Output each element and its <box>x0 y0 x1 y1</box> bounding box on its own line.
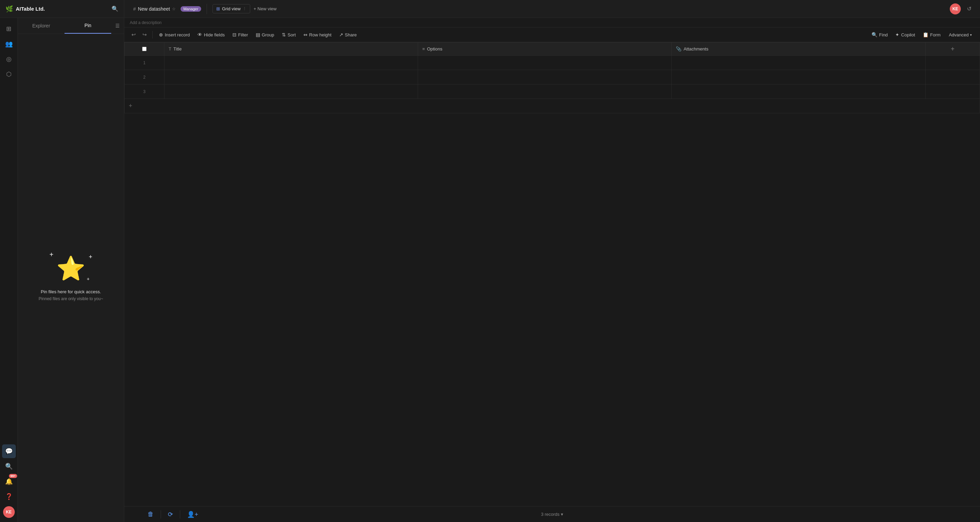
records-count[interactable]: 3 records ▾ <box>541 512 563 517</box>
delete-action-button[interactable]: 🗑 <box>148 511 154 518</box>
records-caret-icon: ▾ <box>561 512 563 517</box>
main-content: Add a description ↩ ↪ ⊕ Insert record 👁 … <box>124 18 980 522</box>
pin-message-line1: Pin files here for quick access. <box>41 289 101 294</box>
pin-plus-top-right: + <box>89 254 92 261</box>
left-sidebar: ⊞ 👥 ◎ ⬡ 💬 🔍 🔔 99+ ❓ KE <box>0 18 18 522</box>
tab-name: New datasheet <box>138 6 170 12</box>
table-row: 3 <box>125 85 980 99</box>
toolbar: ↩ ↪ ⊕ Insert record 👁 Hide fields ⊟ Filt… <box>124 27 980 42</box>
share-label: Share <box>345 32 357 37</box>
grid-container: T Title ≡ Options 📎 <box>124 42 980 506</box>
hide-fields-button[interactable]: 👁 Hide fields <box>194 30 228 39</box>
tab-explorer[interactable]: Explorer <box>18 18 65 33</box>
secondary-sidebar: Explorer Pin ☰ + ⭐ + + Pin files here fo… <box>18 18 124 522</box>
group-button[interactable]: ▤ Group <box>252 30 278 39</box>
notification-wrapper[interactable]: 🔔 99+ <box>2 475 16 488</box>
redo-button[interactable]: ↪ <box>139 30 150 40</box>
attachments-col-label: Attachments <box>683 46 708 51</box>
column-title: T Title <box>164 43 418 56</box>
sidebar-item-users[interactable]: 👥 <box>2 37 16 51</box>
hide-fields-icon: 👁 <box>197 32 202 37</box>
user-avatar-top[interactable]: KE <box>950 3 961 14</box>
row-height-button[interactable]: ⇔ Row height <box>300 30 335 39</box>
undo-button[interactable]: ↩ <box>128 30 139 40</box>
pin-star-icon: ⭐ <box>56 255 86 281</box>
pin-message-line2: Pinned files are only visible to you~ <box>39 296 103 301</box>
form-button[interactable]: 📋 Form <box>919 30 944 39</box>
row-checkbox-2: 2 <box>125 70 164 85</box>
row-title-3[interactable] <box>164 85 418 99</box>
row-extra-3 <box>926 85 980 99</box>
filter-label: Filter <box>238 32 248 37</box>
manager-badge[interactable]: Manager <box>181 6 201 12</box>
row-title-2[interactable] <box>164 70 418 85</box>
sidebar-item-search[interactable]: 🔍 <box>2 460 16 473</box>
add-row: + <box>125 99 980 113</box>
form-icon: 📋 <box>923 32 929 37</box>
pin-plus-top-left: + <box>49 251 54 259</box>
group-icon: ▤ <box>256 32 260 37</box>
title-col-icon: T <box>169 46 171 51</box>
add-user-action-button[interactable]: 👤+ <box>187 511 199 518</box>
sort-label: Sort <box>288 32 296 37</box>
users-icon: 👥 <box>5 40 13 48</box>
column-attachments: 📎 Attachments <box>672 43 926 56</box>
sidebar-item-help[interactable]: ❓ <box>2 490 16 503</box>
find-label: Find <box>879 32 888 37</box>
logo-emoji: 🌿 <box>5 5 13 13</box>
options-col-label: Options <box>427 46 442 51</box>
row-attachments-3[interactable] <box>672 85 926 99</box>
tab-hash-icon: # <box>133 6 136 12</box>
row-extra-2 <box>926 70 980 85</box>
row-attachments-1[interactable] <box>672 56 926 70</box>
sidebar-item-home[interactable]: ⊞ <box>2 22 16 36</box>
sidebar-item-chat[interactable]: 💬 <box>2 444 16 458</box>
sidebar-item-target[interactable]: ◎ <box>2 52 16 66</box>
row-options-2[interactable] <box>418 70 672 85</box>
row-options-3[interactable] <box>418 85 672 99</box>
row-height-label: Row height <box>309 32 332 37</box>
row-options-1[interactable] <box>418 56 672 70</box>
filter-icon: ⊟ <box>232 32 237 37</box>
row-attachments-2[interactable] <box>672 70 926 85</box>
add-description[interactable]: Add a description <box>130 20 162 25</box>
insert-record-label: Insert record <box>165 32 190 37</box>
new-view-button[interactable]: + New view <box>250 5 280 13</box>
add-row-cell[interactable]: + <box>125 99 980 113</box>
refresh-button[interactable]: ↺ <box>964 3 975 14</box>
select-all-checkbox[interactable] <box>142 47 146 51</box>
user-avatar-bottom[interactable]: KE <box>3 506 15 518</box>
find-icon: 🔍 <box>872 32 877 37</box>
sort-button[interactable]: ⇅ Sort <box>278 30 299 39</box>
bell-icon: 🔔 <box>5 478 13 485</box>
search-button[interactable]: 🔍 <box>111 5 118 12</box>
title-col-label: Title <box>173 46 181 51</box>
bottom-bar: 🗑 ⟳ 👤+ 3 records ▾ <box>124 506 980 522</box>
grid-view-selector[interactable]: ⊞ Grid view ⋮ <box>213 4 250 13</box>
add-column-header[interactable]: + <box>926 43 980 56</box>
copilot-icon: ✦ <box>895 32 899 37</box>
records-count-text: 3 records <box>541 512 560 517</box>
share-button[interactable]: ↗ Share <box>336 30 360 39</box>
find-button[interactable]: 🔍 Find <box>868 30 891 39</box>
copilot-button[interactable]: ✦ Copilot <box>892 30 918 39</box>
insert-record-button[interactable]: ⊕ Insert record <box>156 30 193 39</box>
grid-table: T Title ≡ Options 📎 <box>124 42 980 113</box>
sidebar-collapse-button[interactable]: ☰ <box>111 20 124 31</box>
sidebar-item-shield[interactable]: ⬡ <box>2 67 16 81</box>
tab-pin[interactable]: Pin <box>65 18 111 34</box>
view-label: Grid view <box>222 6 240 11</box>
advanced-button[interactable]: Advanced ▾ <box>945 30 976 39</box>
copy-action-button[interactable]: ⟳ <box>168 511 173 518</box>
row-height-icon: ⇔ <box>304 32 307 37</box>
options-col-icon: ≡ <box>422 46 425 51</box>
row-title-1[interactable] <box>164 56 418 70</box>
home-icon: ⊞ <box>6 25 11 33</box>
tab-star-icon[interactable]: ☆ <box>172 6 176 11</box>
view-options-icon: ⋮ <box>243 6 247 11</box>
row-checkbox-3: 3 <box>125 85 164 99</box>
notification-badge: 99+ <box>9 474 17 478</box>
datasheet-tab[interactable]: # New datasheet ☆ <box>130 4 179 14</box>
filter-button[interactable]: ⊟ Filter <box>229 30 251 39</box>
group-label: Group <box>262 32 274 37</box>
